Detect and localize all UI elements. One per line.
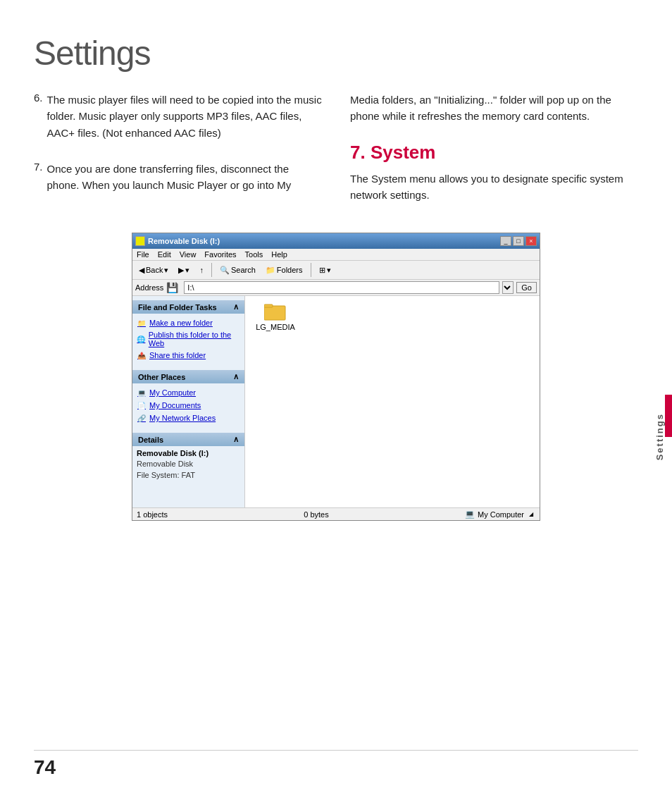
my-computer-label: My Computer <box>149 388 196 397</box>
make-new-folder-label: Make a new folder <box>149 319 213 327</box>
sidebar-vertical-label: Settings <box>647 366 672 507</box>
publish-folder-link[interactable]: 🌐 Publish this folder to the Web <box>137 329 240 349</box>
my-network-places-link[interactable]: 🔗 My Network Places <box>137 412 240 424</box>
back-dropdown-icon: ▾ <box>164 266 168 275</box>
menu-tools[interactable]: Tools <box>245 250 263 259</box>
svg-rect-0 <box>264 306 285 320</box>
publish-icon: 🌐 <box>137 334 146 344</box>
item-7-block: 7. Once you are done transferring files,… <box>34 161 322 194</box>
explorer-main-pane: LG_MEDIA <box>245 296 540 507</box>
details-disk-title: Removable Disk (I:) <box>137 449 240 457</box>
status-computer-icon: 💻 <box>465 510 475 519</box>
other-places-section: Other Places ∧ 💻 My Computer 📄 My Docume… <box>132 370 244 427</box>
sidebar-accent-bar <box>665 395 672 437</box>
other-places-collapse-icon: ∧ <box>233 372 239 381</box>
make-new-folder-link[interactable]: 📁 Make a new folder <box>137 316 240 329</box>
explorer-addressbar: Address 💾 I:\ Go <box>132 280 540 296</box>
explorer-menubar: File Edit View Favorites Tools Help <box>132 249 540 261</box>
folder-new-icon: 📁 <box>137 318 147 328</box>
item-6-text: The music player files will need to be c… <box>47 92 322 141</box>
address-dropdown[interactable] <box>502 281 514 294</box>
back-button[interactable]: ◀ Back ▾ <box>135 264 172 277</box>
status-size: 0 bytes <box>304 510 328 519</box>
address-input[interactable]: I:\ <box>184 281 499 294</box>
share-folder-label: Share this folder <box>149 351 206 359</box>
toolbar-separator-1 <box>211 263 212 277</box>
network-places-icon: 🔗 <box>137 413 147 423</box>
explorer-body: File and Folder Tasks ∧ 📁 Make a new fol… <box>132 296 540 507</box>
maximize-button[interactable]: □ <box>513 236 524 246</box>
my-documents-icon: 📄 <box>137 400 147 410</box>
search-icon: 🔍 <box>220 266 230 275</box>
titlebar-controls[interactable]: _ □ × <box>500 236 537 246</box>
explorer-title: Removable Disk (I:) <box>148 237 220 245</box>
details-line-2: File System: FAT <box>137 470 240 481</box>
details-line-1: Removable Disk <box>137 459 240 469</box>
share-icon: 📤 <box>137 350 147 360</box>
up-button[interactable]: ↑ <box>196 264 207 276</box>
my-computer-link[interactable]: 💻 My Computer <box>137 386 240 399</box>
details-content: Removable Disk (I:) Removable Disk File … <box>132 446 244 483</box>
two-column-layout: 6. The music player files will need to b… <box>34 92 638 213</box>
status-computer-label: My Computer <box>478 510 524 519</box>
other-places-title: Other Places <box>138 373 185 381</box>
other-places-header[interactable]: Other Places ∧ <box>132 370 244 383</box>
forward-icon: ▶ <box>178 266 184 275</box>
page-number: 74 <box>34 756 56 779</box>
address-label: Address <box>135 283 163 292</box>
item-7-number: 7. <box>34 161 43 173</box>
search-button[interactable]: 🔍 Search <box>216 264 259 277</box>
go-button[interactable]: Go <box>516 282 537 293</box>
views-icon: ⊞ <box>319 266 325 275</box>
close-button[interactable]: × <box>525 236 537 246</box>
my-network-places-label: My Network Places <box>149 414 216 422</box>
views-button[interactable]: ⊞ ▾ <box>316 264 335 277</box>
item-7-text: Once you are done transferring files, di… <box>47 161 322 194</box>
explorer-titlebar: Removable Disk (I:) _ □ × <box>132 233 540 249</box>
status-objects: 1 objects <box>137 510 168 519</box>
details-header[interactable]: Details ∧ <box>132 433 244 446</box>
views-dropdown-icon: ▾ <box>327 266 331 275</box>
resize-grip-icon: ◢ <box>527 510 535 519</box>
file-tasks-collapse-icon: ∧ <box>233 302 239 312</box>
lg-media-folder-icon <box>264 302 287 321</box>
menu-favorites[interactable]: Favorites <box>204 250 236 259</box>
lg-media-folder[interactable]: LG_MEDIA <box>251 302 300 331</box>
back-icon: ◀ <box>139 266 144 275</box>
address-drive-icon: 💾 <box>166 282 178 293</box>
my-documents-link[interactable]: 📄 My Documents <box>137 399 240 412</box>
item-6-number: 6. <box>34 92 43 104</box>
toolbar-separator-2 <box>311 263 311 277</box>
file-tasks-header[interactable]: File and Folder Tasks ∧ <box>132 300 244 314</box>
forward-dropdown-icon: ▾ <box>185 266 189 275</box>
search-label: Search <box>231 266 256 274</box>
menu-edit[interactable]: Edit <box>158 250 171 259</box>
main-content: 6. The music player files will need to b… <box>34 92 638 521</box>
menu-help[interactable]: Help <box>271 250 287 259</box>
section-7-text: The System menu allows you to designate … <box>350 171 638 204</box>
bottom-divider <box>34 750 638 751</box>
page-title: Settings <box>34 34 150 73</box>
folders-icon: 📁 <box>266 266 275 275</box>
explorer-sidebar: File and Folder Tasks ∧ 📁 Make a new fol… <box>132 296 245 507</box>
up-icon: ↑ <box>199 266 204 274</box>
my-documents-label: My Documents <box>149 401 201 409</box>
details-section: Details ∧ Removable Disk (I:) Removable … <box>132 433 244 483</box>
share-folder-link[interactable]: 📤 Share this folder <box>137 349 240 362</box>
forward-button[interactable]: ▶ ▾ <box>175 264 193 277</box>
status-right-area: 💻 My Computer ◢ <box>465 510 535 519</box>
minimize-button[interactable]: _ <box>500 236 511 246</box>
svg-rect-1 <box>264 304 273 307</box>
folders-button[interactable]: 📁 Folders <box>262 264 306 277</box>
titlebar-folder-icon <box>135 236 145 246</box>
publish-folder-label: Publish this folder to the Web <box>149 331 240 347</box>
right-para1: Media folders, an "Initializing..." fold… <box>350 92 638 125</box>
menu-view[interactable]: View <box>180 250 197 259</box>
explorer-window: Removable Disk (I:) _ □ × File Edit View… <box>132 233 540 521</box>
address-value: I:\ <box>187 283 194 292</box>
right-column: Media folders, an "Initializing..." fold… <box>350 92 638 213</box>
lg-media-label: LG_MEDIA <box>256 323 295 331</box>
item-6-block: 6. The music player files will need to b… <box>34 92 322 141</box>
menu-file[interactable]: File <box>137 250 149 259</box>
file-tasks-title: File and Folder Tasks <box>138 303 217 312</box>
